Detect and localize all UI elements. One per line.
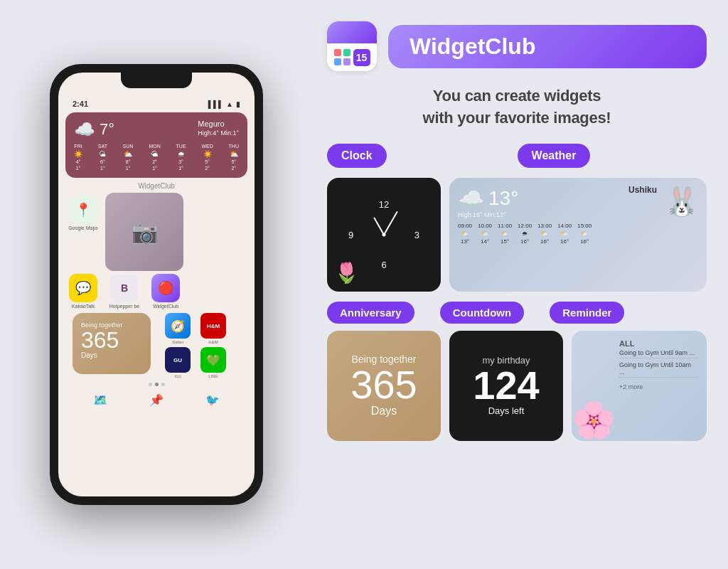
signal-icon: ▌▌▌: [208, 100, 223, 108]
phone-app-widgetclub: 🔴 WidgetClub: [148, 274, 183, 309]
phone-forecast-day: THU ⛅ 5° 2°: [229, 144, 239, 171]
weather-cloud-icon: ☁️: [458, 186, 484, 211]
phone-right-apps-top: 🧭 Safari H&M H&M: [162, 313, 229, 344]
reminder-item-1: Going to Gym Until 9am ...: [619, 348, 698, 358]
widget-clock: 🌷 12 3 6 9: [327, 178, 441, 292]
phone-bottom-icon-1: 🗺️: [93, 393, 107, 407]
anniv-unit: Days: [371, 405, 397, 418]
phone-bottom-icon-2: 📌: [149, 393, 164, 407]
phone-bottom-icon-3: 🐦: [205, 393, 220, 407]
page-dot-2: [155, 383, 159, 386]
camera-icon: 📷: [132, 220, 158, 245]
widgets-row-2: Being together 365 Days my birthday 124 …: [327, 331, 707, 441]
safari-icon: 🧭: [165, 313, 191, 339]
phone-middle-row: 📍 Google Maps 📷: [58, 193, 255, 271]
widget-countdown: my birthday 124 Days left: [449, 331, 563, 441]
phone-forecast-day: TUE 🌧 3° 1°: [176, 144, 186, 171]
phone-forecast-day: MON 🌥 2° 1°: [149, 144, 160, 171]
phone-apps-row: 💬 KakaoTalk B Hotpepper be 🔴 WidgetClub: [58, 274, 255, 309]
battery-icon: ▮: [236, 100, 240, 108]
phone-app-hm: H&M H&M: [198, 313, 229, 344]
brand-name: WidgetClub: [410, 33, 685, 60]
weather-temperature: 13°: [488, 187, 518, 210]
bunny-decoration: 🐰: [664, 185, 700, 218]
weather-location: Ushiku: [628, 185, 657, 195]
app-icon-lines: [348, 23, 356, 42]
dot-green: [343, 49, 350, 56]
clock-9: 9: [348, 229, 353, 240]
widget-anniversary: Being together 365 Days: [327, 331, 441, 441]
reminder-items: ALL Going to Gym Until 9am ... Going to …: [619, 339, 698, 390]
kakao-icon: 💬: [69, 274, 97, 302]
phone-forecast: FRI ☀️ 4° 1° SAT 🌤 6° 1° SUN: [74, 144, 239, 171]
phone-app-safari: 🧭 Safari: [162, 313, 193, 344]
reminder-flower: 🌸: [572, 400, 616, 441]
phone-forecast-day: SUN ⛅ 8° 1°: [123, 144, 134, 171]
weather-forecast-item: 11:00 ⛅ 15°: [498, 223, 512, 245]
dot-purple: [343, 58, 350, 65]
reminder-more: +2 more: [619, 383, 698, 390]
app-icon-top: [327, 21, 377, 43]
widget-reminder: 🌸 ALL Going to Gym Until 9am ... Going t…: [572, 331, 707, 441]
category-weather[interactable]: Weather: [518, 144, 591, 168]
reminder-item-2: Going to Gym Until 10am ...: [619, 360, 698, 378]
hm-icon: H&M: [200, 313, 226, 339]
phone-bottom-section: Being together 365 Days 🧭 Safari H&M: [58, 313, 255, 378]
phone-app-kakao: 💬 KakaoTalk: [65, 274, 101, 309]
dot-red: [334, 49, 341, 56]
app-icon: 15: [327, 21, 377, 71]
phone-right-apps-bottom: GU GU 💚 LINE: [162, 347, 229, 378]
phone-screen: 2:41 ▌▌▌ ▲ ▮ ☁️ 7°: [58, 73, 255, 496]
phone-anniversary-widget: Being together 365 Days: [73, 313, 151, 374]
categories-row-2: Anniversary Countdown Reminder: [327, 302, 707, 324]
category-anniversary[interactable]: Anniversary: [327, 302, 414, 324]
widgetclub-icon-label: WidgetClub: [153, 304, 178, 309]
app-icon-inner: 15: [327, 21, 377, 71]
line-icon: 💚: [200, 347, 226, 373]
app-icon-bottom: 15: [327, 43, 377, 71]
phone-notch: [121, 73, 192, 88]
phone-widgetclub-label: WidgetClub: [58, 182, 255, 190]
phone-app-hotpepper: B Hotpepper be: [107, 274, 142, 309]
category-reminder[interactable]: Reminder: [550, 302, 624, 324]
dot-blue: [334, 58, 341, 65]
weather-forecast-item: 10:00 ⛅ 14°: [478, 223, 492, 245]
widgetclub-icon: 🔴: [151, 274, 180, 302]
hotpepper-label: Hotpepper be: [109, 304, 139, 309]
phone-temperature: 7°: [100, 120, 114, 139]
num-badge: 15: [353, 49, 370, 66]
clock-3: 3: [414, 229, 419, 240]
widget-weather: 🐰 Ushiku ☁️ 13° High:16° Min:12° 09:00 ⛅…: [449, 178, 707, 292]
reminder-item-3: [619, 379, 698, 382]
phone-right-apps: 🧭 Safari H&M H&M GU GU: [162, 313, 229, 378]
weather-forecast-row: 09:00 ⛅ 13° 10:00 ⛅ 14° 11:00 ⛅ 15° 12:0…: [458, 223, 698, 245]
category-countdown[interactable]: Countdown: [440, 302, 524, 324]
hotpepper-icon: B: [110, 274, 139, 302]
header-row: 15 WidgetClub: [327, 21, 707, 71]
clock-face: 12 3 6 9: [348, 199, 419, 270]
phone-forecast-day: SAT 🌤 6° 1°: [98, 144, 107, 171]
phone-anniv-label: Being together: [81, 321, 142, 329]
clock-12: 12: [379, 199, 389, 210]
tagline: You can create widgets with your favorit…: [327, 85, 707, 129]
weather-high-low: High:16° Min:12°: [458, 211, 698, 218]
wifi-icon: ▲: [226, 100, 233, 108]
page-dot-3: [161, 383, 165, 386]
gu-icon: GU: [165, 347, 191, 373]
anniv-number: 365: [350, 365, 417, 405]
phone-photo-widget: 📷: [105, 193, 183, 271]
phone-location: Meguro: [198, 119, 239, 128]
tagline-line2: with your favorite images!: [423, 109, 611, 127]
category-clock[interactable]: Clock: [327, 144, 387, 168]
weather-forecast-item: 12:00 🌧 16°: [518, 223, 532, 245]
clock-center-dot: [382, 233, 386, 236]
categories-row-1: Clock Weather: [327, 144, 707, 168]
kakao-label: KakaoTalk: [72, 304, 95, 309]
right-panel: 15 WidgetClub You can create widgets wit…: [313, 0, 728, 569]
phone-app-maps: 📍 Google Maps: [65, 196, 101, 271]
page-dot-1: [149, 383, 152, 386]
maps-label: Google Maps: [68, 225, 98, 230]
phone-anniv-number: 365: [81, 329, 142, 351]
clock-minute-hand: [383, 211, 398, 235]
weather-forecast-item: 13:00 ⛅ 16°: [537, 223, 552, 245]
